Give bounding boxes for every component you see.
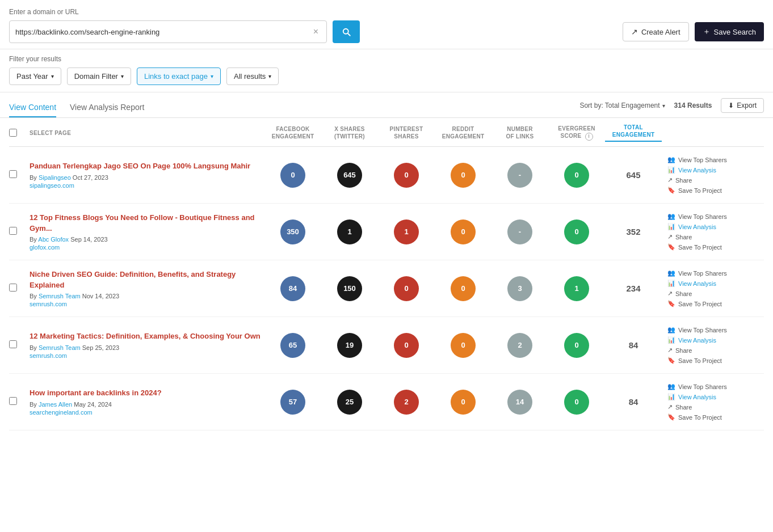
- total-engagement: 84: [605, 397, 662, 407]
- evergreen-score: 0: [564, 390, 589, 415]
- filter-all-results[interactable]: All results ▾: [226, 67, 279, 85]
- domain-link[interactable]: semrush.com: [30, 352, 264, 359]
- row-actions: 👥 View Top Sharers 📊 View Analysis ↗ Sha…: [662, 156, 764, 194]
- domain-link[interactable]: searchengineland.com: [30, 409, 264, 416]
- author-link[interactable]: Semrush Team: [39, 293, 81, 299]
- pinterest-score: 2: [394, 390, 419, 415]
- content-title[interactable]: Niche Driven SEO Guide: Definition, Bene…: [30, 269, 264, 290]
- save-to-project-btn[interactable]: 🔖 Save To Project: [667, 243, 764, 251]
- filter-past-year[interactable]: Past Year ▾: [9, 67, 61, 85]
- people-icon: 👥: [667, 156, 675, 163]
- pinterest-score: 0: [394, 163, 419, 188]
- view-analysis-btn[interactable]: 📊 View Analysis: [667, 166, 764, 174]
- evergreen-score: 0: [564, 333, 589, 358]
- row-checkbox[interactable]: [9, 170, 17, 178]
- filter-domain[interactable]: Domain Filter ▾: [67, 67, 131, 85]
- bookmark-icon: 🔖: [667, 187, 675, 194]
- x-shares-score: 1: [337, 219, 362, 244]
- people-icon: 👥: [667, 213, 675, 220]
- view-analysis-btn[interactable]: 📊 View Analysis: [667, 223, 764, 230]
- col-header-total: TOTALENGAGEMENT: [605, 124, 662, 142]
- x-shares-score: 645: [337, 163, 362, 188]
- tab-view-content[interactable]: View Content: [9, 98, 56, 117]
- pinterest-score: 1: [394, 219, 419, 244]
- top-bar: Enter a domain or URL × ↗ Create Alert ＋…: [0, 0, 773, 49]
- view-top-sharers-btn[interactable]: 👥 View Top Sharers: [667, 383, 764, 390]
- author-link[interactable]: Abc Glofox: [38, 236, 69, 243]
- search-button[interactable]: [333, 20, 360, 43]
- filter-bar: Filter your results Past Year ▾ Domain F…: [0, 49, 773, 92]
- save-to-project-btn[interactable]: 🔖 Save To Project: [667, 187, 764, 194]
- links-score: -: [507, 219, 532, 244]
- sort-by[interactable]: Sort by: Total Engagement ▾: [579, 102, 665, 109]
- facebook-score: 350: [280, 219, 305, 244]
- select-page-header: [9, 129, 30, 137]
- author-link[interactable]: Sipalingseo: [39, 174, 71, 181]
- domain-label: Enter a domain or URL: [9, 8, 764, 16]
- row-checkbox[interactable]: [9, 284, 17, 292]
- view-top-sharers-btn[interactable]: 👥 View Top Sharers: [667, 326, 764, 333]
- share-btn[interactable]: ↗ Share: [667, 290, 764, 297]
- content-title[interactable]: 12 Marketing Tactics: Definition, Exampl…: [30, 331, 264, 341]
- export-button[interactable]: ⬇ Export: [721, 98, 764, 113]
- row-checkbox[interactable]: [9, 340, 17, 348]
- view-analysis-btn[interactable]: 📊 View Analysis: [667, 336, 764, 344]
- share-btn[interactable]: ↗ Share: [667, 403, 764, 411]
- domain-link[interactable]: semrush.com: [30, 301, 264, 307]
- create-alert-button[interactable]: ↗ Create Alert: [623, 22, 689, 41]
- row-checkbox[interactable]: [9, 397, 17, 405]
- table-row: Panduan Terlengkap Jago SEO On Page 100%…: [9, 147, 764, 204]
- download-icon: ⬇: [728, 102, 734, 109]
- chart-icon: 📊: [667, 280, 675, 287]
- save-to-project-btn[interactable]: 🔖 Save To Project: [667, 300, 764, 307]
- author-link[interactable]: James Allen: [39, 401, 72, 408]
- search-input[interactable]: [15, 28, 311, 36]
- total-engagement: 84: [605, 340, 662, 350]
- row-checkbox[interactable]: [9, 227, 17, 235]
- sort-chevron-icon: ▾: [662, 103, 665, 109]
- view-top-sharers-btn[interactable]: 👥 View Top Sharers: [667, 156, 764, 163]
- tab-view-analysis-report[interactable]: View Analysis Report: [70, 98, 144, 117]
- content-title[interactable]: Panduan Terlengkap Jago SEO On Page 100%…: [30, 161, 264, 171]
- share-icon: ↗: [667, 347, 673, 354]
- info-icon[interactable]: i: [585, 133, 593, 141]
- domain-link[interactable]: sipalingseo.com: [30, 182, 264, 189]
- filter-links-exact[interactable]: Links to exact page ▾: [137, 67, 221, 85]
- author-link[interactable]: Semrush Team: [39, 344, 81, 351]
- links-score: 2: [507, 333, 532, 358]
- chevron-down-icon: ▾: [121, 73, 124, 79]
- chevron-down-icon: ▾: [268, 73, 271, 79]
- filter-label: Filter your results: [9, 55, 764, 63]
- view-top-sharers-btn[interactable]: 👥 View Top Sharers: [667, 269, 764, 277]
- view-analysis-btn[interactable]: 📊 View Analysis: [667, 393, 764, 400]
- links-score: -: [507, 163, 532, 188]
- share-btn[interactable]: ↗ Share: [667, 176, 764, 184]
- table-row: 12 Marketing Tactics: Definition, Exampl…: [9, 317, 764, 374]
- domain-link[interactable]: glofox.com: [30, 244, 264, 251]
- evergreen-score: 1: [564, 276, 589, 301]
- view-top-sharers-btn[interactable]: 👥 View Top Sharers: [667, 213, 764, 220]
- plus-icon: ＋: [703, 27, 711, 37]
- share-btn[interactable]: ↗ Share: [667, 347, 764, 354]
- row-actions: 👥 View Top Sharers 📊 View Analysis ↗ Sha…: [662, 269, 764, 307]
- facebook-score: 0: [280, 163, 305, 188]
- save-search-button[interactable]: ＋ Save Search: [695, 22, 764, 41]
- save-to-project-btn[interactable]: 🔖 Save To Project: [667, 413, 764, 421]
- chevron-down-icon: ▾: [51, 73, 54, 79]
- content-info: Panduan Terlengkap Jago SEO On Page 100%…: [30, 161, 264, 188]
- col-header-evergreen: EVERGREENSCORE i: [548, 125, 605, 141]
- row-actions: 👥 View Top Sharers 📊 View Analysis ↗ Sha…: [662, 326, 764, 364]
- content-title[interactable]: How important are backlinks in 2024?: [30, 388, 264, 398]
- col-header-num-links: NUMBEROF LINKS: [491, 125, 548, 140]
- select-all-checkbox[interactable]: [9, 129, 17, 137]
- save-to-project-btn[interactable]: 🔖 Save To Project: [667, 357, 764, 364]
- share-btn[interactable]: ↗ Share: [667, 233, 764, 240]
- chart-icon: 📊: [667, 336, 675, 344]
- content-info: 12 Top Fitness Blogs You Need to Follow …: [30, 213, 264, 250]
- col-header-title: Select Page: [30, 129, 264, 137]
- clear-button[interactable]: ×: [311, 27, 321, 37]
- view-analysis-btn[interactable]: 📊 View Analysis: [667, 280, 764, 287]
- table-container: Select Page FACEBOOKENGAGEMENT X SHARES(…: [0, 118, 773, 430]
- search-input-wrap: ×: [9, 20, 327, 43]
- content-title[interactable]: 12 Top Fitness Blogs You Need to Follow …: [30, 213, 264, 233]
